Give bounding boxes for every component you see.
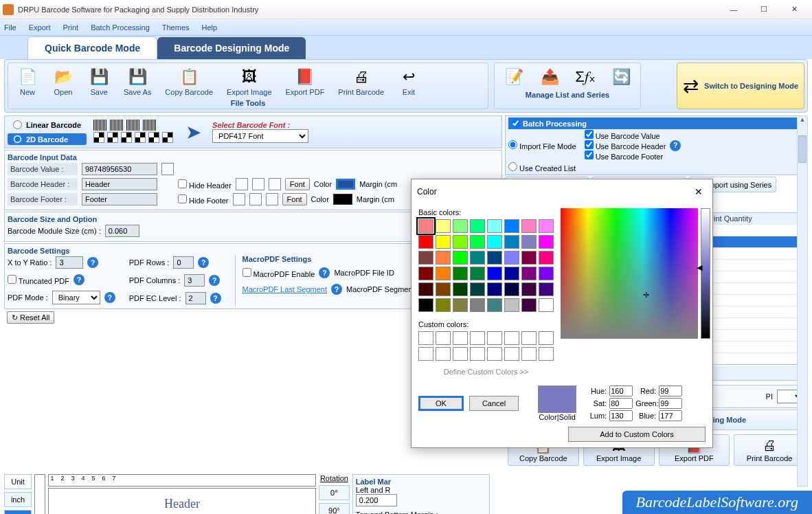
batch-check[interactable] xyxy=(511,119,520,128)
help-icon[interactable]: ? xyxy=(104,292,115,303)
color-swatch[interactable] xyxy=(453,282,468,296)
color-swatch[interactable] xyxy=(504,219,519,233)
manage-b4[interactable]: 🔄 xyxy=(605,65,638,89)
macro-last-link[interactable]: MacroPDF Last Segment xyxy=(243,285,328,293)
rot-90[interactable]: 90° xyxy=(319,503,350,514)
custom-swatch[interactable] xyxy=(453,347,468,361)
2d-barcode-radio[interactable]: 2D Barcode xyxy=(8,133,87,145)
color-swatch[interactable] xyxy=(521,219,537,233)
header-color-button[interactable] xyxy=(336,179,355,190)
exit-button[interactable]: ↩Exit xyxy=(392,65,425,98)
truncated-check[interactable]: Truncated PDF xyxy=(8,275,69,285)
color-swatch[interactable] xyxy=(487,251,502,265)
color-swatch[interactable] xyxy=(539,282,554,296)
unit-inch[interactable]: inch xyxy=(4,492,32,507)
barcode-font-select[interactable]: PDF417 Font xyxy=(212,129,308,143)
lum-input[interactable] xyxy=(609,410,633,421)
use-bh-check[interactable]: Use Barcode Header xyxy=(585,140,666,150)
color-swatch[interactable] xyxy=(470,235,485,249)
menu-print[interactable]: Print xyxy=(63,23,79,32)
color-swatch[interactable] xyxy=(436,219,451,233)
barcode-footer-input[interactable] xyxy=(82,193,157,205)
help-icon[interactable]: ? xyxy=(209,275,220,286)
blue-input[interactable] xyxy=(659,410,682,421)
color-gradient[interactable]: ✛ xyxy=(561,208,698,339)
custom-swatch[interactable] xyxy=(504,347,519,361)
align-left-button[interactable] xyxy=(236,178,248,190)
custom-swatch[interactable] xyxy=(436,347,451,361)
color-swatch[interactable] xyxy=(470,219,485,233)
color-swatch[interactable] xyxy=(436,267,451,280)
maximize-button[interactable]: ☐ xyxy=(749,3,779,16)
menu-export[interactable]: Export xyxy=(29,23,51,32)
linear-barcode-radio[interactable]: Linear Barcode xyxy=(8,119,87,131)
color-swatch[interactable] xyxy=(436,282,451,296)
close-button[interactable]: ✕ xyxy=(779,3,809,16)
help-icon[interactable]: ? xyxy=(74,274,84,285)
bv-expand-button[interactable] xyxy=(161,163,174,175)
manage-b1[interactable]: 📝 xyxy=(497,65,530,89)
color-swatch[interactable] xyxy=(453,219,468,233)
custom-swatch[interactable] xyxy=(418,331,433,345)
custom-swatch[interactable] xyxy=(470,331,485,345)
color-swatch[interactable] xyxy=(487,235,502,249)
use-created-radio[interactable]: Use Created List xyxy=(508,162,576,172)
rot-0[interactable]: 0° xyxy=(319,485,350,500)
align-right-button[interactable] xyxy=(269,178,281,190)
color-swatch[interactable] xyxy=(470,251,485,265)
color-swatch[interactable] xyxy=(487,282,502,296)
color-swatch[interactable] xyxy=(487,219,502,233)
custom-swatch[interactable] xyxy=(487,347,502,361)
menu-file[interactable]: File xyxy=(4,23,16,32)
switch-mode-button[interactable]: ⇄ Switch to Designing Mode xyxy=(677,63,804,109)
color-swatch[interactable] xyxy=(470,282,485,296)
barcode-value-input[interactable] xyxy=(82,163,157,175)
color-swatch[interactable] xyxy=(436,235,451,249)
color-swatch[interactable] xyxy=(521,251,537,265)
custom-swatch[interactable] xyxy=(539,347,554,361)
help-icon[interactable]: ? xyxy=(87,257,98,268)
vertical-scrollbar[interactable]: ▲ xyxy=(797,115,808,487)
color-swatch[interactable] xyxy=(453,235,468,249)
help-icon[interactable]: ? xyxy=(331,284,342,295)
header-font-button[interactable]: Font xyxy=(285,178,310,190)
help-icon[interactable]: ? xyxy=(319,267,330,278)
reset-all-button[interactable]: ↻ Reset All xyxy=(7,311,54,324)
custom-swatch[interactable] xyxy=(521,347,537,361)
barcode-header-input[interactable] xyxy=(82,178,157,190)
define-custom-button[interactable]: Define Custom Colors >> xyxy=(418,368,554,376)
module-size-input[interactable] xyxy=(105,225,139,237)
cancel-button[interactable]: Cancel xyxy=(469,396,519,411)
print-barcode-button[interactable]: 🖨Print Barcode xyxy=(332,65,390,98)
color-swatch[interactable] xyxy=(487,267,502,280)
custom-swatch[interactable] xyxy=(521,331,537,345)
color-swatch[interactable] xyxy=(453,251,468,265)
color-swatch[interactable] xyxy=(504,282,519,296)
color-swatch[interactable] xyxy=(453,298,468,312)
color-swatch[interactable] xyxy=(504,251,519,265)
color-swatch[interactable] xyxy=(436,298,451,312)
manage-b2[interactable]: 📤 xyxy=(533,65,566,89)
align-left-button-2[interactable] xyxy=(233,193,245,205)
open-button[interactable]: 📂Open xyxy=(47,65,80,98)
footer-link[interactable]: BarcodeLabelSoftware.org xyxy=(622,491,812,514)
color-swatch[interactable] xyxy=(521,235,537,249)
ok-button[interactable]: OK xyxy=(418,396,464,411)
sat-input[interactable] xyxy=(609,398,633,409)
help-icon[interactable]: ? xyxy=(198,257,209,268)
color-swatch[interactable] xyxy=(521,282,537,296)
custom-swatch[interactable] xyxy=(487,331,502,345)
custom-swatch[interactable] xyxy=(504,331,519,345)
import-file-radio[interactable]: Import File Mode xyxy=(508,140,576,150)
custom-swatch[interactable] xyxy=(539,331,554,345)
luminance-bar[interactable] xyxy=(701,208,710,339)
color-swatch[interactable] xyxy=(418,251,433,265)
footer-font-button[interactable]: Font xyxy=(282,193,307,205)
color-swatch[interactable] xyxy=(418,235,433,249)
custom-swatch[interactable] xyxy=(470,347,485,361)
color-swatch[interactable] xyxy=(521,267,537,280)
color-swatch[interactable] xyxy=(418,267,433,280)
dialog-close-button[interactable]: ✕ xyxy=(690,183,707,200)
color-swatch[interactable] xyxy=(487,298,502,312)
footer-color-button[interactable] xyxy=(333,194,352,205)
